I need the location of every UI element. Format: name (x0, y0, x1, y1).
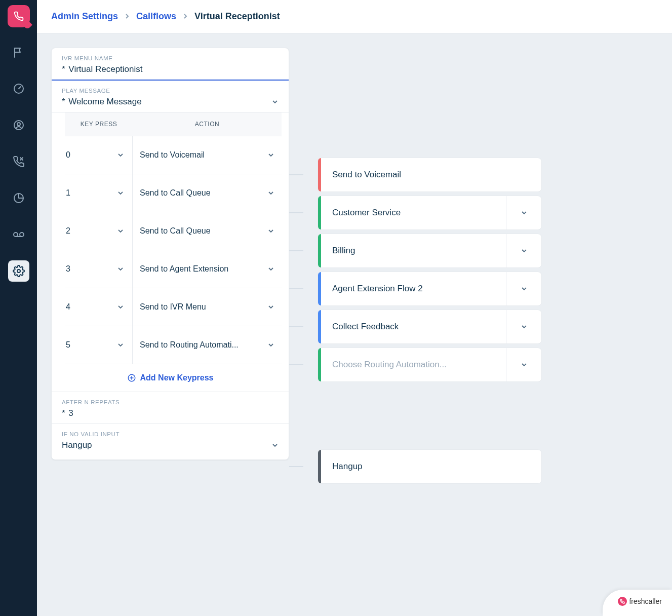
nav-contacts[interactable] (8, 114, 29, 136)
target-dropdown[interactable] (506, 310, 541, 343)
keypress-row: 3Send to Agent Extension (65, 250, 282, 288)
keypress-action-select[interactable]: Send to Call Queue (133, 174, 282, 212)
keypress-action-select[interactable]: Send to IVR Menu (133, 288, 282, 326)
chevron-down-icon (117, 265, 124, 273)
ivr-name-field[interactable]: IVR MENU NAME * Virtual Receptionist (52, 48, 289, 81)
connector-line (289, 326, 303, 327)
target-dropdown[interactable] (506, 196, 541, 229)
target-dropdown[interactable] (506, 348, 541, 381)
target-card[interactable]: Collect Feedback (318, 310, 542, 344)
voicemail-icon (13, 228, 25, 241)
keypress-key-select[interactable]: 4 (65, 288, 133, 326)
no-valid-input-field[interactable]: IF NO VALID INPUT Hangup (52, 424, 289, 459)
keypress-action-select[interactable]: Send to Routing Automati... (133, 326, 282, 364)
target-card[interactable]: Billing (318, 234, 542, 268)
chevron-down-icon (267, 189, 274, 197)
flag-icon (13, 46, 25, 58)
keypress-action-value: Send to Call Queue (140, 226, 211, 236)
keypress-action-value: Send to Agent Extension (140, 264, 228, 274)
chevron-down-icon (267, 303, 274, 311)
keypress-key-select[interactable]: 0 (65, 136, 133, 174)
no-valid-input-label: IF NO VALID INPUT (62, 431, 279, 437)
breadcrumb: Admin Settings Callflows Virtual Recepti… (37, 0, 672, 33)
keypress-row: 1Send to Call Queue (65, 174, 282, 212)
plus-circle-icon (127, 373, 136, 382)
ivr-card: IVR MENU NAME * Virtual Receptionist PLA… (51, 48, 289, 460)
nav-calls[interactable] (8, 151, 29, 172)
keypress-action-value: Send to Routing Automati... (140, 340, 239, 350)
target-dropdown[interactable] (506, 234, 541, 267)
play-message-label: PLAY MESSAGE (62, 88, 279, 94)
nav-flag[interactable] (8, 42, 29, 63)
chevron-down-icon (117, 303, 124, 311)
nav-admin-settings[interactable] (8, 260, 29, 282)
keypress-action-select[interactable]: Send to Agent Extension (133, 250, 282, 288)
chevron-down-icon (117, 151, 124, 159)
keypress-key-select[interactable]: 2 (65, 212, 133, 250)
app-logo[interactable] (8, 5, 30, 27)
chevron-down-icon (117, 189, 124, 197)
connector-line (289, 288, 303, 289)
keypress-rows: 0Send to Voicemail1Send to Call Queue2Se… (65, 136, 282, 364)
main-content: Admin Settings Callflows Virtual Recepti… (37, 0, 672, 616)
connector-line (289, 466, 303, 467)
svg-point-4 (14, 233, 18, 237)
keypress-action-value: Send to Call Queue (140, 188, 211, 198)
nav-voicemail[interactable] (8, 224, 29, 245)
svg-point-7 (17, 270, 20, 273)
keypress-key-value: 2 (66, 226, 70, 236)
after-repeats-field[interactable]: AFTER N REPEATS * 3 (52, 392, 289, 424)
ivr-name-value: Virtual Receptionist (68, 64, 142, 74)
connector-line (289, 212, 303, 213)
phone-icon (14, 11, 24, 21)
add-keypress-button[interactable]: Add New Keypress (52, 364, 289, 392)
chevron-down-icon (267, 341, 274, 349)
keypress-action-select[interactable]: Send to Call Queue (133, 212, 282, 250)
required-marker: * (62, 408, 65, 418)
no-valid-input-value: Hangup (62, 440, 92, 450)
chevron-down-icon (267, 265, 274, 273)
chevron-down-icon (267, 227, 274, 235)
ivr-name-label: IVR MENU NAME (62, 55, 279, 61)
nav-dashboard[interactable] (8, 78, 29, 99)
target-card[interactable]: Send to Voicemail (318, 158, 542, 192)
hangup-target-card[interactable]: Hangup (318, 449, 542, 484)
keypress-row: 2Send to Call Queue (65, 212, 282, 250)
breadcrumb-callflows-link[interactable]: Callflows (136, 11, 176, 22)
target-label: Choose Routing Automation... (321, 348, 506, 381)
pie-chart-icon (13, 192, 25, 204)
nav-reports[interactable] (8, 187, 29, 209)
add-keypress-label: Add New Keypress (140, 373, 214, 382)
call-transfer-icon (13, 156, 25, 168)
target-card[interactable]: Agent Extension Flow 2 (318, 272, 542, 306)
keypress-row: 4Send to IVR Menu (65, 288, 282, 326)
breadcrumb-current: Virtual Receptionist (194, 11, 280, 22)
target-card[interactable]: Customer Service (318, 196, 542, 230)
chevron-down-icon (521, 323, 528, 330)
after-repeats-value: 3 (68, 408, 73, 418)
th-key-press: KEY PRESS (65, 121, 133, 128)
play-message-field[interactable]: PLAY MESSAGE * Welcome Message (52, 81, 289, 112)
gauge-icon (13, 83, 25, 95)
content-area: IVR MENU NAME * Virtual Receptionist PLA… (37, 33, 672, 616)
required-marker: * (62, 97, 65, 106)
keypress-key-value: 5 (66, 340, 70, 350)
chevron-down-icon (521, 209, 528, 216)
after-repeats-label: AFTER N REPEATS (62, 399, 279, 405)
target-label: Customer Service (321, 196, 506, 229)
keypress-key-select[interactable]: 5 (65, 326, 133, 364)
keypress-key-select[interactable]: 1 (65, 174, 133, 212)
target-dropdown[interactable] (506, 272, 541, 305)
target-label: Billing (321, 234, 506, 267)
keypress-key-select[interactable]: 3 (65, 250, 133, 288)
keypress-action-value: Send to Voicemail (140, 150, 205, 160)
connector-line (289, 364, 303, 365)
keypress-key-value: 1 (66, 188, 70, 198)
svg-point-5 (20, 233, 24, 237)
keypress-action-select[interactable]: Send to Voicemail (133, 136, 282, 174)
chevron-down-icon (117, 341, 124, 349)
connector-line (289, 174, 303, 175)
target-label: Agent Extension Flow 2 (321, 272, 506, 305)
target-card[interactable]: Choose Routing Automation... (318, 348, 542, 382)
breadcrumb-admin-link[interactable]: Admin Settings (51, 11, 118, 22)
